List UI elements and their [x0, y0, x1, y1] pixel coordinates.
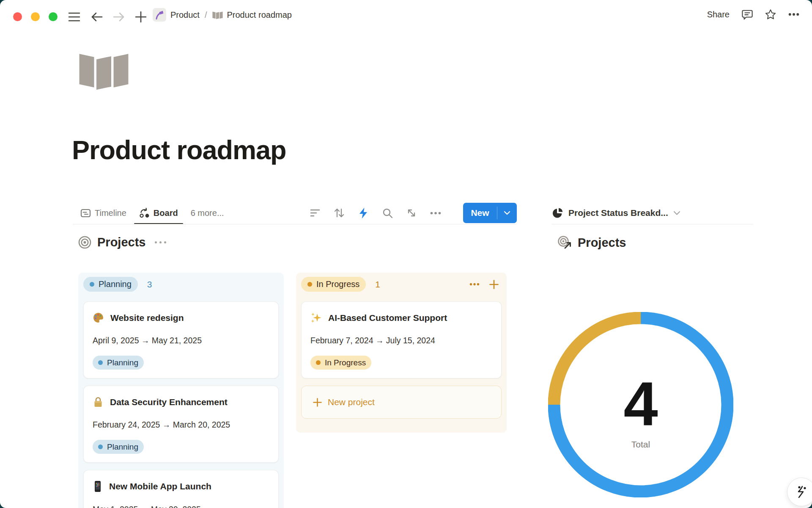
donut-center: 4 Total	[548, 319, 733, 504]
sort-icon[interactable]	[334, 207, 345, 218]
status-pill-planning[interactable]: Planning	[83, 277, 138, 292]
card-ai-customer-support[interactable]: AI-Based Customer Support February 7, 20…	[301, 301, 502, 378]
tab-board-label: Board	[154, 208, 178, 218]
card-status-pill: In Progress	[310, 356, 371, 370]
chevron-down-icon	[673, 211, 680, 215]
card-title: New Mobile App Launch	[109, 481, 211, 491]
card-dates: May 1, 2025 → May 30, 2025	[93, 505, 269, 508]
pie-chart-icon	[552, 207, 563, 219]
column-planning: Planning 3 Website redesign April 9, 202…	[78, 273, 284, 508]
breadcrumb-page-label[interactable]: Product roadmap	[227, 10, 292, 20]
card-dates: April 9, 2025 → May 21, 2025	[93, 336, 269, 345]
breadcrumb-workspace-item[interactable]	[153, 8, 166, 22]
status-dot	[307, 282, 312, 287]
tab-board[interactable]: Board	[139, 202, 178, 224]
zoom-button[interactable]	[49, 12, 58, 21]
card-title: AI-Based Customer Support	[328, 313, 447, 323]
status-donut-chart: 4 Total	[548, 312, 733, 497]
column-count: 1	[375, 279, 380, 290]
donut-total-value: 4	[623, 373, 658, 435]
card-website-redesign[interactable]: Website redesign April 9, 2025 → May 21,…	[83, 301, 279, 378]
lightning-icon[interactable]	[358, 207, 369, 218]
ai-face-icon	[794, 484, 809, 500]
status-label: In Progress	[316, 279, 359, 289]
tab-more-views[interactable]: 6 more...	[191, 202, 224, 224]
lock-icon	[93, 396, 104, 408]
plus-icon	[313, 398, 322, 407]
traffic-lights	[13, 12, 58, 21]
expand-icon[interactable]	[406, 207, 417, 218]
status-dot	[90, 282, 94, 287]
palette-icon	[93, 312, 104, 323]
panel-divider	[552, 224, 753, 224]
status-label: Planning	[99, 279, 132, 289]
chevron-down-icon	[504, 211, 510, 215]
panel-title: Projects	[578, 236, 626, 250]
view-tools: New	[310, 203, 517, 223]
status-pill-in-progress[interactable]: In Progress	[301, 277, 366, 292]
board-section-title: Projects	[78, 235, 166, 249]
hammer-dart-icon	[155, 10, 164, 19]
panel-view-label: Project Status Breakd...	[568, 208, 668, 218]
panel-section-title: Projects	[557, 235, 626, 250]
new-dropdown-button[interactable]	[497, 211, 517, 215]
filter-icon[interactable]	[310, 207, 321, 218]
board-view-icon	[139, 208, 150, 218]
timeline-view-icon	[80, 208, 91, 218]
breadcrumb-separator: /	[204, 10, 208, 20]
search-icon[interactable]	[382, 207, 393, 218]
column-in-progress-header: In Progress 1	[301, 277, 502, 292]
column-planning-header: Planning 3	[83, 277, 279, 292]
card-data-security[interactable]: Data Security Enhancement February 24, 2…	[83, 386, 279, 463]
page-title[interactable]: Product roadmap	[72, 135, 286, 165]
forward-button[interactable]	[110, 8, 127, 25]
breadcrumb: Product / Product roadmap	[153, 7, 292, 22]
board-title: Projects	[97, 235, 145, 249]
minimize-button[interactable]	[31, 12, 40, 21]
viewbar-divider	[73, 224, 517, 224]
topbar-actions: Share	[707, 6, 799, 23]
column-count: 3	[147, 279, 152, 290]
mobile-phone-icon	[93, 480, 103, 492]
more-options-icon[interactable]	[788, 9, 799, 20]
top-bar: Product / Product roadmap Share	[0, 0, 812, 28]
view-more-icon[interactable]	[430, 207, 441, 218]
view-bar: Timeline Board 6 more...	[73, 202, 517, 224]
card-dates: February 7, 2024 → July 15, 2024	[310, 336, 492, 345]
card-title: Website redesign	[110, 313, 184, 323]
close-button[interactable]	[13, 12, 22, 21]
column-more-icon[interactable]	[469, 279, 480, 290]
breadcrumb-workspace-label[interactable]: Product	[170, 10, 200, 20]
target-icon	[78, 236, 91, 249]
linked-target-icon	[557, 235, 572, 250]
tab-timeline-label: Timeline	[95, 208, 126, 218]
card-status-pill: Planning	[93, 356, 144, 370]
tab-timeline[interactable]: Timeline	[80, 202, 126, 224]
card-title: Data Security Enhancement	[110, 397, 228, 407]
card-dates: February 24, 2025 → March 20, 2025	[93, 420, 269, 430]
view-tabs: Timeline Board 6 more...	[73, 202, 224, 224]
page-icon-map[interactable]	[78, 51, 129, 90]
column-in-progress: In Progress 1 AI-Based Customer Suppor	[296, 273, 507, 433]
map-icon	[212, 11, 223, 19]
donut-total-label: Total	[631, 439, 650, 450]
sparkles-icon	[310, 312, 322, 323]
board-more-icon[interactable]	[155, 241, 166, 243]
new-button[interactable]: New	[463, 203, 517, 223]
new-button-label: New	[463, 208, 497, 218]
share-button[interactable]: Share	[707, 10, 730, 19]
comments-icon[interactable]	[742, 9, 753, 20]
panel-view-switcher[interactable]: Project Status Breakd...	[552, 202, 753, 224]
new-project-button[interactable]: New project	[301, 386, 502, 419]
card-mobile-app[interactable]: New Mobile App Launch May 1, 2025 → May …	[83, 470, 279, 508]
tab-more-label: 6 more...	[191, 208, 224, 218]
ai-assistant-button[interactable]	[787, 478, 812, 506]
back-button[interactable]	[88, 8, 105, 25]
card-status-pill: Planning	[93, 440, 144, 454]
column-add-icon[interactable]	[489, 279, 499, 290]
favorite-star-icon[interactable]	[765, 9, 776, 20]
app-window: Product / Product roadmap Share	[0, 0, 812, 508]
new-project-label: New project	[328, 397, 375, 407]
sidebar-toggle-button[interactable]	[66, 8, 82, 25]
new-tab-button[interactable]	[132, 8, 149, 25]
